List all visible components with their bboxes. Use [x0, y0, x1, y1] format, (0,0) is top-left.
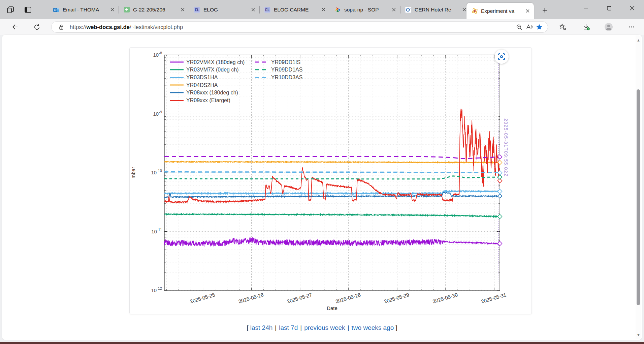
vacuum-pressure-chart: 2025-05-31T09:55:02ZYR02VM4X (180deg ch)…	[130, 48, 532, 313]
tab-title: ELOG CARME	[274, 7, 309, 12]
downloads-icon[interactable]	[581, 21, 592, 33]
legend-label: YR04DS2HA	[186, 82, 218, 88]
series-end-marker	[498, 241, 502, 246]
lock-icon[interactable]	[56, 22, 66, 32]
tab-title: Email - THOMA	[63, 7, 99, 12]
y-tick-label: 10-8	[153, 51, 162, 58]
read-aloud-icon[interactable]	[524, 22, 534, 32]
chart-card: 2025-05-31T09:55:02ZYR02VM4X (180deg ch)…	[129, 47, 532, 314]
tab-title: Experiment va	[481, 8, 514, 14]
web-page: 2025-05-31T09:55:02ZYR02VM4X (180deg ch)…	[2, 35, 642, 340]
minimize-button[interactable]	[575, 0, 596, 16]
tab-elog-carme[interactable]: EL ELOG CARME	[259, 0, 330, 19]
back-button[interactable]	[9, 21, 20, 33]
window-bottom-edge	[0, 342, 644, 344]
visual-search-button[interactable]	[494, 50, 509, 64]
tab-close-icon[interactable]	[108, 6, 116, 13]
series-yr10dd3as	[164, 172, 500, 173]
svg-text:EL: EL	[265, 8, 270, 12]
scrollbar-thumb[interactable]	[637, 89, 640, 305]
series-yr04ds2ha	[164, 162, 500, 163]
spreadsheet-icon	[123, 6, 130, 13]
x-tick-label: 2025-05-30	[432, 292, 458, 304]
legend-label: YR09xxx (Etarget)	[186, 97, 230, 103]
tab-strip: Email - THOMA G-22-205/206 EL ELOG EL EL…	[0, 0, 644, 19]
y-tick-label: 10-12	[151, 286, 162, 293]
link-previous-week[interactable]: previous week	[304, 324, 345, 331]
x-tick-label: 2025-05-29	[383, 292, 410, 304]
profile-avatar[interactable]	[603, 21, 614, 33]
address-bar[interactable]: https://web-docs.gsi.de/~lestinsk/vacplo…	[51, 21, 548, 33]
tab-sheet[interactable]: G-22-205/206	[119, 0, 189, 19]
legend-label: YR03DS1HA	[186, 75, 218, 80]
time-range-links: [ last 24h|last 7d|previous week|two wee…	[2, 324, 642, 332]
elog-icon: EL	[194, 6, 200, 13]
favorites-icon[interactable]	[557, 21, 569, 33]
x-tick-label: 2025-05-28	[335, 292, 361, 304]
tab-title: sopa-np - SOP	[344, 7, 379, 12]
pinwheel-icon	[334, 6, 341, 13]
tab-active-experiment[interactable]: Experiment va	[466, 3, 534, 19]
browser-toolbar: https://web-docs.gsi.de/~lestinsk/vacplo…	[0, 19, 644, 35]
workspaces-icon[interactable]	[5, 5, 15, 15]
series-yr03vm7x-0deg-ch-	[164, 214, 500, 217]
more-menu-icon[interactable]	[626, 21, 637, 33]
elog-icon: EL	[264, 6, 271, 13]
close-window-button[interactable]	[622, 0, 643, 16]
series-yr09dd1as	[164, 176, 500, 179]
favorite-star-icon[interactable]	[534, 22, 544, 32]
tab-close-icon[interactable]	[524, 7, 531, 15]
x-axis-title: Date	[327, 305, 337, 311]
tab-email[interactable]: Email - THOMA	[48, 0, 119, 19]
zoom-out-icon[interactable]	[514, 22, 524, 32]
outlook-icon	[53, 6, 60, 13]
series-yr09dd1is	[164, 156, 500, 159]
atom-icon	[471, 8, 478, 15]
legend-label: YR02VM4X (180deg ch)	[186, 59, 245, 65]
new-tab-button[interactable]	[540, 5, 549, 15]
legend-label: YR09DD1AS	[271, 67, 302, 73]
tab-close-icon[interactable]	[249, 6, 257, 13]
tab-elog[interactable]: EL ELOG	[189, 0, 259, 19]
y-tick-label: 10-11	[151, 228, 162, 234]
tab-close-icon[interactable]	[320, 6, 327, 13]
link-two-weeks-ago[interactable]: two weeks ago	[352, 324, 394, 331]
bracket-close: ]	[396, 324, 397, 331]
bracket-open: [	[247, 324, 248, 331]
vacuum-plot-svg: 2025-05-31T09:55:02ZYR02VM4X (180deg ch)…	[130, 48, 531, 313]
tab-title: G-22-205/206	[133, 7, 165, 12]
tab-actions-icon[interactable]	[23, 5, 33, 15]
tab-cern-hotel[interactable]: CERN Hotel Re	[400, 0, 471, 19]
series-end-marker	[498, 194, 502, 198]
tab-close-icon[interactable]	[390, 6, 397, 13]
x-tick-label: 2025-05-26	[238, 292, 264, 304]
link-last-7d[interactable]: last 7d	[279, 324, 298, 331]
series-end-marker	[498, 189, 502, 194]
series-end-marker	[498, 214, 502, 219]
maximize-button[interactable]	[599, 0, 619, 16]
x-tick-label: 2025-05-27	[286, 292, 313, 304]
legend-label: YR03VM7X (0deg ch)	[186, 67, 239, 73]
tab-sopa[interactable]: sopa-np - SOP	[330, 0, 400, 19]
page-scrollbar: ▲ ▼	[636, 35, 641, 339]
url-text[interactable]: https://web-docs.gsi.de/~lestinsk/vacplo…	[70, 24, 514, 30]
series-end-marker	[498, 154, 502, 159]
x-tick-label: 2025-05-31	[480, 292, 507, 304]
scroll-down-icon[interactable]: ▼	[636, 332, 641, 337]
scroll-up-icon[interactable]: ▲	[636, 37, 641, 42]
tab-close-icon[interactable]	[179, 6, 186, 13]
svg-text:EL: EL	[195, 8, 199, 12]
page-backdrop: 2025-05-31T09:55:02ZYR02VM4X (180deg ch)…	[0, 35, 644, 344]
legend-label: YR09DD1IS	[271, 59, 300, 65]
x-tick-label: 2025-05-25	[189, 292, 216, 304]
legend-label: YR10DD3AS	[271, 75, 302, 80]
legend-label: YR08xxx (180deg ch)	[186, 90, 238, 95]
tab-title: CERN Hotel Re	[415, 7, 451, 12]
y-axis-title: mbar	[130, 167, 136, 178]
series-yr02vm4x-180deg-ch-	[164, 237, 500, 246]
link-last-24h[interactable]: last 24h	[250, 324, 273, 331]
y-tick-label: 10-10	[151, 169, 162, 175]
cern-icon	[405, 6, 412, 13]
refresh-button[interactable]	[31, 21, 42, 33]
y-tick-label: 10-9	[153, 110, 162, 117]
